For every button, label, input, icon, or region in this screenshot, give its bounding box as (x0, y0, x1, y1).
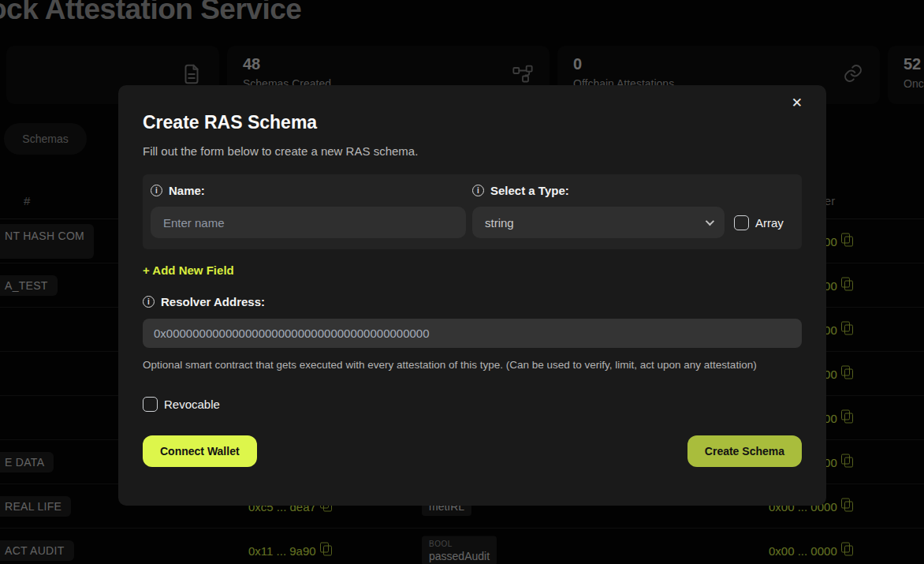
close-icon[interactable]: ✕ (792, 96, 803, 110)
schema-field-section: Name: Select a Type: string Array (143, 174, 802, 249)
array-checkbox[interactable] (734, 215, 749, 230)
info-icon (472, 185, 484, 196)
type-select-value: string (485, 216, 514, 230)
connect-wallet-button[interactable]: Connect Wallet (143, 435, 257, 467)
name-input[interactable] (151, 207, 466, 238)
info-icon (151, 185, 162, 196)
resolver-address-input[interactable] (143, 319, 802, 348)
page: ock Attestation Service 48 Schemas Creat… (0, 0, 924, 564)
modal-title: Create RAS Schema (143, 112, 802, 133)
type-group: string Array (472, 207, 794, 238)
resolver-help-text: Optional smart contract that gets execut… (143, 357, 789, 373)
revocable-row: Revocable (143, 397, 802, 412)
type-label: Select a Type: (490, 184, 569, 197)
name-label-row: Name: (151, 184, 466, 197)
revocable-label: Revocable (164, 398, 220, 411)
add-new-field-link[interactable]: + Add New Field (143, 263, 234, 277)
name-label: Name: (169, 184, 205, 197)
chevron-down-icon (706, 217, 714, 226)
array-label: Array (755, 216, 784, 230)
resolver-label-row: Resolver Address: (143, 295, 802, 308)
resolver-label: Resolver Address: (161, 295, 265, 308)
type-label-row: Select a Type: (472, 184, 794, 197)
create-schema-modal: ✕ Create RAS Schema Fill out the form be… (118, 85, 826, 506)
type-select[interactable]: string (472, 207, 725, 238)
info-icon (143, 296, 155, 308)
create-schema-button[interactable]: Create Schema (687, 435, 802, 467)
revocable-checkbox[interactable] (143, 397, 158, 412)
modal-subtitle: Fill out the form below to create a new … (143, 144, 802, 158)
modal-actions: Connect Wallet Create Schema (143, 435, 802, 467)
